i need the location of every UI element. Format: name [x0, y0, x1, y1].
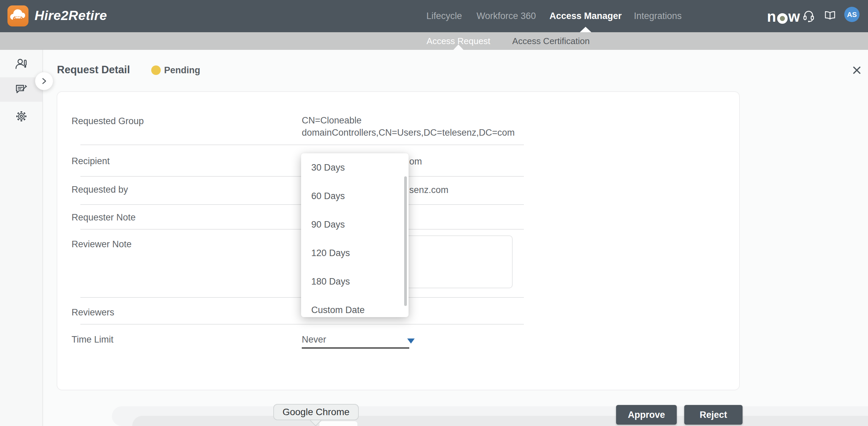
settings-gear-icon [15, 110, 28, 123]
requested-group-value: CN=Cloneable domainControllers,CN=Users,… [302, 114, 529, 139]
close-icon[interactable] [851, 64, 863, 76]
access-manager-subnav: Access Request Access Certification [0, 32, 868, 50]
nav-item-lifecycle[interactable]: Lifecycle [426, 0, 462, 32]
page-title: Request Detail [57, 64, 130, 76]
time-limit-dropdown-menu: 30 Days 60 Days 90 Days 120 Days 180 Day… [301, 153, 409, 317]
hire2retire-cloud-logo-icon [7, 5, 28, 26]
approve-button[interactable]: Approve [616, 405, 677, 425]
recipient-value-fragment: om [409, 156, 422, 167]
dropdown-option-120-days[interactable]: 120 Days [301, 239, 409, 267]
field-underline [80, 324, 524, 325]
left-sidebar [0, 50, 43, 426]
dropdown-option-90-days[interactable]: 90 Days [301, 210, 409, 239]
active-subtab-caret [453, 44, 463, 50]
requested-group-label: Requested Group [72, 116, 144, 127]
dropdown-arrow-icon[interactable] [407, 338, 415, 344]
nav-item-integrations[interactable]: Integrations [634, 0, 682, 32]
dock-tooltip: Google Chrome [273, 404, 359, 420]
dock-app-icon[interactable] [319, 421, 357, 426]
reject-button[interactable]: Reject [684, 405, 743, 425]
time-limit-select-underline [302, 347, 409, 349]
sidebar-item-settings[interactable] [0, 106, 42, 127]
reviewer-note-label: Reviewer Note [72, 239, 132, 250]
status-badge: Pending [164, 65, 200, 76]
chevron-right-icon [40, 77, 48, 85]
status-pending-dot-icon [151, 65, 161, 75]
request-note-icon [15, 83, 28, 96]
servicenow-logo: nw [767, 8, 800, 25]
sidebar-expand-button[interactable] [35, 72, 53, 90]
time-limit-label: Time Limit [72, 334, 114, 345]
support-headset-icon[interactable] [802, 9, 816, 23]
field-underline [80, 144, 524, 145]
screen: Hire2Retire Lifecycle Workforce 360 Acce… [0, 0, 868, 426]
top-app-bar: Hire2Retire Lifecycle Workforce 360 Acce… [0, 0, 868, 32]
recipient-label: Recipient [72, 156, 110, 167]
brand-name: Hire2Retire [35, 8, 107, 23]
servicenow-o-icon [777, 13, 788, 24]
requested-by-label: Requested by [72, 185, 128, 195]
user-avatar[interactable]: AS [844, 7, 860, 22]
dropdown-option-custom-date[interactable]: Custom Date [301, 296, 409, 317]
dropdown-scrollbar[interactable] [404, 176, 407, 306]
active-nav-caret [580, 27, 591, 32]
requester-note-label: Requester Note [72, 212, 136, 223]
reviewers-label: Reviewers [72, 307, 114, 318]
requested-by-value-fragment: senz.com [409, 185, 449, 195]
nav-item-workforce-360[interactable]: Workforce 360 [476, 0, 536, 32]
dropdown-option-60-days[interactable]: 60 Days [301, 182, 409, 210]
dropdown-option-180-days[interactable]: 180 Days [301, 267, 409, 296]
user-icon [15, 57, 28, 71]
dock-background-inner [132, 416, 868, 426]
sidebar-item-users[interactable] [0, 54, 42, 74]
documentation-book-icon[interactable] [823, 9, 837, 23]
tab-access-certification[interactable]: Access Certification [512, 32, 590, 50]
time-limit-select-value[interactable]: Never [302, 334, 326, 345]
dropdown-option-30-days[interactable]: 30 Days [301, 153, 409, 182]
